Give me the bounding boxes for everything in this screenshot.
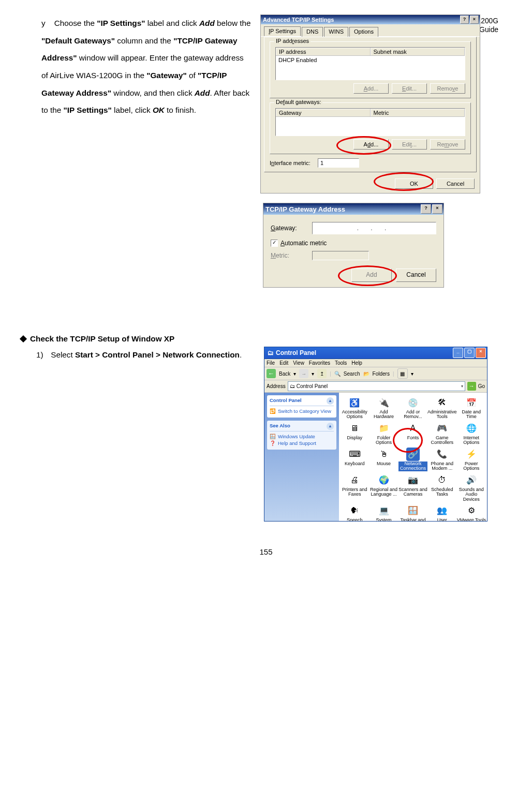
maximize-button[interactable]: ▢	[464, 348, 475, 358]
gw-edit-button[interactable]: Edit...	[392, 139, 427, 150]
app-icon: 🔌	[377, 396, 391, 409]
tab-wins[interactable]: WINS	[324, 27, 348, 37]
app-icon: 🗣	[348, 504, 361, 517]
cp-icon[interactable]: 🔌Add Hardware	[369, 395, 398, 420]
up-button[interactable]: ↥	[317, 369, 327, 378]
app-icon: 📅	[465, 396, 478, 409]
step-text: 1) Select Start > Control Panel > Networ…	[36, 347, 248, 522]
app-icon: ♿	[348, 396, 361, 409]
back-label: Back	[279, 371, 290, 377]
chevron-down-icon: ▾	[461, 384, 463, 389]
tab-options[interactable]: Options	[349, 27, 378, 37]
ip-row-dhcp[interactable]: DHCP Enabled	[276, 56, 465, 64]
cp-icon[interactable]: 🌍Regional and Language ...	[369, 473, 398, 502]
gateway-list[interactable]: Gateway Metric	[275, 108, 465, 136]
cp-icon[interactable]: 📷Scanners and Cameras	[398, 473, 427, 502]
cancel-button[interactable]: Cancel	[436, 178, 475, 189]
minimize-button[interactable]: _	[453, 348, 463, 358]
cp-icon[interactable]: ⚡Power Options	[457, 447, 486, 472]
forward-button[interactable]: →	[299, 369, 308, 378]
search-button[interactable]: Search	[344, 371, 360, 377]
go-button[interactable]: →	[467, 382, 476, 391]
folders-button[interactable]: Folders	[373, 371, 390, 377]
cp-icon[interactable]: 📞Phone and Modem ...	[427, 447, 457, 472]
app-icon: 🪟	[406, 504, 420, 517]
app-icon: 🛠	[435, 396, 449, 409]
menu-file[interactable]: File	[267, 360, 275, 366]
cp-icon[interactable]: 🖨Printers and Faxes	[340, 473, 369, 502]
close-button[interactable]: ×	[432, 204, 442, 214]
switch-category-view-link[interactable]: 🔁 Switch to Category View	[270, 408, 334, 414]
cp-icon[interactable]: 🔗Network Connections	[398, 447, 427, 472]
cp-icon[interactable]: 🗣Speech	[340, 503, 369, 521]
close-button[interactable]: ×	[470, 16, 479, 24]
app-icon: ⌨	[348, 448, 361, 461]
icon-label: Administrative Tools	[427, 410, 457, 420]
cp-icon[interactable]: 🛠Administrative Tools	[427, 395, 457, 420]
cp-icon[interactable]: 📅Date and Time	[457, 395, 486, 420]
gateway-input[interactable]: . . .	[312, 222, 436, 234]
help-button[interactable]: ?	[421, 204, 431, 214]
titlebar: TCP/IP Gateway Address ? ×	[263, 203, 444, 215]
cp-icon[interactable]: 🖱Mouse	[369, 447, 398, 472]
ip-remove-button[interactable]: Remove	[430, 83, 465, 94]
cp-icon[interactable]: 🪟Taskbar and	[398, 503, 427, 521]
cp-icon[interactable]: 🌐Internet Options	[457, 421, 486, 446]
col-ip-address: IP address	[276, 48, 371, 55]
auto-metric-checkbox[interactable]: ✓	[271, 240, 278, 247]
cp-icon[interactable]: 🖥Display	[340, 421, 369, 446]
address-bar: Address 🗂 Control Panel ▾ → Go	[264, 380, 487, 393]
views-button[interactable]: ▦	[397, 368, 408, 379]
icon-label: Keyboard	[345, 461, 365, 466]
ok-button[interactable]: OK	[395, 178, 433, 189]
cp-icon[interactable]: 👥User Accounts	[427, 503, 457, 521]
collapse-icon[interactable]: ▲	[327, 397, 334, 405]
search-icon: 🔍	[334, 371, 341, 377]
cp-icon[interactable]: ♿Accessibility Options	[340, 395, 369, 420]
gw-add-button[interactable]: Add...	[353, 139, 389, 150]
menu-tools[interactable]: Tools	[335, 360, 347, 366]
cp-icon[interactable]: 💻System	[369, 503, 398, 521]
add-button[interactable]: Add	[351, 269, 392, 282]
cp-icon[interactable]: ⚙VMware Tools	[457, 503, 486, 521]
col-gateway: Gateway	[276, 109, 371, 116]
tab-dns[interactable]: DNS	[302, 27, 323, 37]
cp-icon[interactable]: 💿Add or Remov...	[398, 395, 427, 420]
icon-label: Taskbar and	[400, 518, 425, 521]
cp-icon[interactable]: ⏱Scheduled Tasks	[427, 473, 457, 502]
cp-icon[interactable]: 📁Folder Options	[369, 421, 398, 446]
menu-view[interactable]: View	[293, 360, 304, 366]
side-title: See Also	[270, 423, 290, 430]
app-icon: 🌐	[465, 422, 478, 435]
help-support-link[interactable]: ❓ Help and Support	[270, 440, 334, 446]
menu-bar: File Edit View Favorites Tools Help	[264, 359, 487, 367]
toolbar: ← Back ▾ → ▾ ↥ | 🔍 Search 📂 Folders | ▦ …	[264, 367, 487, 380]
icon-label: Folder Options	[369, 436, 398, 445]
cp-icon[interactable]: ⌨Keyboard	[340, 447, 369, 472]
collapse-icon[interactable]: ▲	[327, 423, 334, 430]
link-icon: 🪟	[270, 434, 276, 439]
menu-help[interactable]: Help	[351, 360, 362, 366]
ip-add-button[interactable]: Add...	[353, 83, 389, 94]
cp-icon[interactable]: 🔊Sounds and Audio Devices	[457, 473, 486, 502]
ip-edit-button[interactable]: Edit...	[392, 83, 427, 94]
tabs: IP Settings DNS WINS Options	[261, 24, 480, 37]
cancel-button[interactable]: Cancel	[396, 269, 436, 282]
menu-edit[interactable]: Edit	[279, 360, 288, 366]
help-button[interactable]: ?	[460, 16, 469, 24]
interface-metric-input[interactable]	[318, 158, 359, 168]
app-icon: 📁	[377, 422, 391, 435]
diamond-bullet-icon	[20, 335, 27, 343]
ip-list[interactable]: IP address Subnet mask DHCP Enabled	[275, 47, 465, 80]
address-combo[interactable]: 🗂 Control Panel ▾	[288, 381, 465, 391]
cp-icon[interactable]: AFonts	[398, 421, 427, 446]
back-button[interactable]: ←	[267, 369, 276, 378]
cp-icon[interactable]: 🎮Game Controllers	[427, 421, 457, 446]
close-button[interactable]: ×	[476, 348, 486, 358]
gw-remove-button[interactable]: Remove	[430, 139, 465, 150]
section-title: Check the TCP/IP Setup of Window XP	[30, 334, 174, 344]
menu-favorites[interactable]: Favorites	[309, 360, 330, 366]
windows-update-link[interactable]: 🪟 Windows Update	[270, 433, 334, 440]
icon-label: Internet Options	[457, 436, 486, 445]
tab-ip-settings[interactable]: IP Settings	[264, 26, 301, 36]
